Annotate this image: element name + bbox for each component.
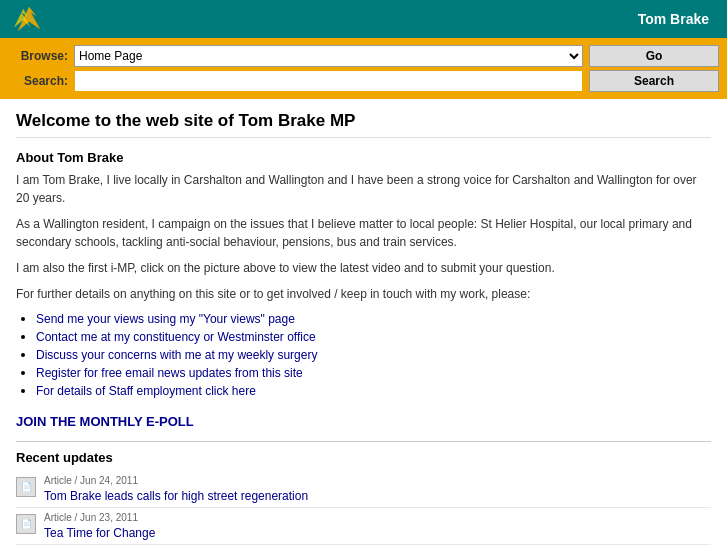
article-content-2: Article / Jun 23, 2011 Tea Time for Chan… bbox=[44, 512, 155, 540]
browse-label: Browse: bbox=[8, 49, 68, 63]
article-content-1: Article / Jun 24, 2011 Tom Brake leads c… bbox=[44, 475, 308, 503]
about-paragraph-1: I am Tom Brake, I live locally in Carsha… bbox=[16, 171, 711, 207]
go-button[interactable]: Go bbox=[589, 45, 719, 67]
site-title: Tom Brake bbox=[638, 11, 709, 27]
search-row: Search: Search bbox=[8, 70, 719, 92]
about-paragraph-3: I am also the first i-MP, click on the p… bbox=[16, 259, 711, 277]
epoll-link[interactable]: JOIN THE MONTHLY E-POLL bbox=[16, 414, 194, 429]
list-item: Send me your views using my "Your views"… bbox=[36, 311, 711, 326]
about-paragraph-2: As a Wallington resident, I campaign on … bbox=[16, 215, 711, 251]
article-item-2: 📄 Article / Jun 23, 2011 Tea Time for Ch… bbox=[16, 508, 711, 545]
article-icon-1: 📄 bbox=[16, 477, 36, 497]
article-link-2[interactable]: Tea Time for Change bbox=[44, 526, 155, 540]
search-label: Search: bbox=[8, 74, 68, 88]
list-item: Register for free email news updates fro… bbox=[36, 365, 711, 380]
register-link[interactable]: Register for free email news updates fro… bbox=[36, 366, 303, 380]
further-details-list: Send me your views using my "Your views"… bbox=[36, 311, 711, 398]
list-item: For details of Staff employment click he… bbox=[36, 383, 711, 398]
views-link[interactable]: Send me your views using my "Your views"… bbox=[36, 312, 295, 326]
about-section-title: About Tom Brake bbox=[16, 150, 711, 165]
browse-row: Browse: Home Page About Tom Brake News C… bbox=[8, 45, 719, 67]
recent-updates-title: Recent updates bbox=[16, 441, 711, 465]
article-item-1: 📄 Article / Jun 24, 2011 Tom Brake leads… bbox=[16, 471, 711, 508]
search-button[interactable]: Search bbox=[589, 70, 719, 92]
list-item: Discuss your concerns with me at my week… bbox=[36, 347, 711, 362]
browse-select[interactable]: Home Page About Tom Brake News Contact bbox=[74, 45, 583, 67]
article-meta-1: Article / Jun 24, 2011 bbox=[44, 475, 308, 486]
list-item: Contact me at my constituency or Westmin… bbox=[36, 329, 711, 344]
article-title-1: Tom Brake leads calls for high street re… bbox=[44, 488, 308, 503]
lib-dem-logo-icon bbox=[10, 3, 48, 35]
page-title: Welcome to the web site of Tom Brake MP bbox=[16, 111, 711, 138]
epoll-section: JOIN THE MONTHLY E-POLL bbox=[16, 406, 711, 441]
navigation-bar: Browse: Home Page About Tom Brake News C… bbox=[0, 38, 727, 99]
site-header: Tom Brake bbox=[0, 0, 727, 38]
staff-link[interactable]: For details of Staff employment click he… bbox=[36, 384, 256, 398]
search-input[interactable] bbox=[74, 70, 583, 92]
article-meta-2: Article / Jun 23, 2011 bbox=[44, 512, 155, 523]
article-icon-2: 📄 bbox=[16, 514, 36, 534]
main-content: Welcome to the web site of Tom Brake MP … bbox=[0, 99, 727, 545]
article-title-2: Tea Time for Change bbox=[44, 525, 155, 540]
about-paragraph-4: For further details on anything on this … bbox=[16, 285, 711, 303]
logo-container bbox=[10, 3, 48, 35]
contact-link[interactable]: Contact me at my constituency or Westmin… bbox=[36, 330, 316, 344]
article-link-1[interactable]: Tom Brake leads calls for high street re… bbox=[44, 489, 308, 503]
surgery-link[interactable]: Discuss your concerns with me at my week… bbox=[36, 348, 317, 362]
